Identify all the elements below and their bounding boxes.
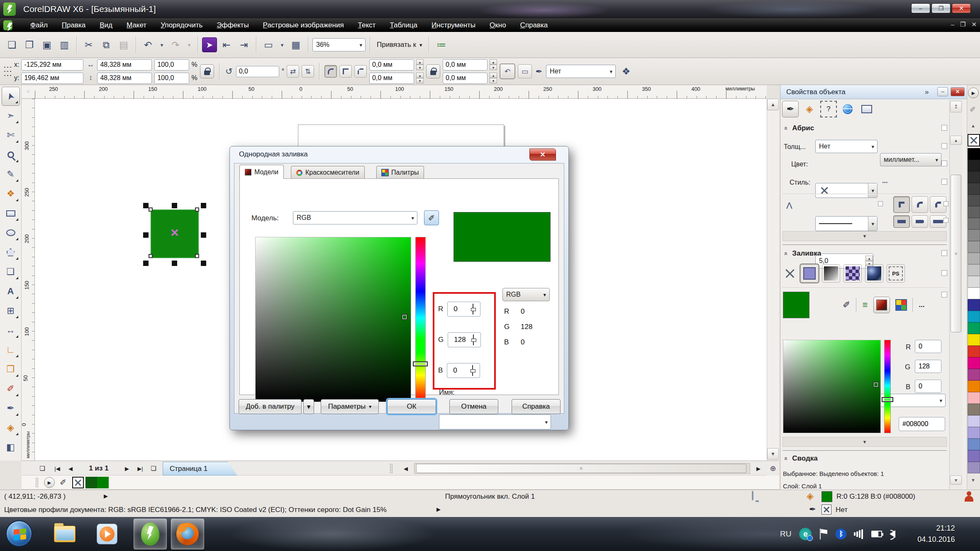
crop-tool[interactable]: ✄ xyxy=(2,126,20,145)
new-document-icon[interactable]: ❏ xyxy=(4,37,20,53)
zoom-tool[interactable] xyxy=(2,145,20,164)
corner-node[interactable] xyxy=(195,207,199,212)
fill-section-icon[interactable]: ◈ xyxy=(801,101,818,117)
options-button[interactable]: Параметры ▾ xyxy=(321,399,379,414)
doc-color-swatch[interactable] xyxy=(97,477,109,488)
menu-table[interactable]: Таблица xyxy=(383,20,424,31)
welcome-dropdown-icon[interactable]: ▾ xyxy=(278,37,286,53)
docker-scrollbar[interactable]: ↥ ▲ ≡ ▼ xyxy=(949,100,963,490)
spin-up-icon[interactable]: ▴ xyxy=(490,59,497,65)
palette-swatch[interactable] xyxy=(968,369,980,380)
tab-mixers[interactable]: Краскосмесители xyxy=(291,166,365,179)
postscript-fill-button[interactable]: PS xyxy=(887,264,905,283)
menu-file[interactable]: Файл xyxy=(23,20,55,31)
docker-r-field[interactable] xyxy=(915,340,941,353)
palette-swatch[interactable] xyxy=(968,346,980,357)
picker-marker[interactable] xyxy=(402,314,407,320)
add-to-palette-dropdown[interactable]: ▾ xyxy=(303,399,314,414)
action-center-flag-icon[interactable] xyxy=(819,529,828,539)
spin-down-icon[interactable]: ▾ xyxy=(416,65,424,70)
color-checkbox[interactable] xyxy=(941,161,947,166)
scale-v-field[interactable] xyxy=(154,73,189,84)
rectangle-section-icon[interactable] xyxy=(858,101,875,117)
selection-handle[interactable] xyxy=(201,261,206,266)
transparency-section-icon[interactable]: ? xyxy=(820,101,837,117)
dimension-tool[interactable]: ↔ xyxy=(2,321,20,340)
basic-shapes-tool[interactable]: ❑ xyxy=(2,262,20,281)
undo-dropdown-icon[interactable]: ▾ xyxy=(158,37,166,53)
palette-swatch[interactable] xyxy=(968,404,980,415)
object-height-field[interactable] xyxy=(97,73,152,84)
copy-icon[interactable]: ⧉ xyxy=(98,37,114,53)
docker-scroll-up-icon[interactable]: ▲ xyxy=(950,136,962,145)
docker-g-field[interactable] xyxy=(915,360,941,373)
cap-butt-button[interactable] xyxy=(893,215,910,228)
spin-up-icon[interactable]: ▴ xyxy=(865,256,873,261)
open-icon[interactable]: ❐ xyxy=(22,37,37,53)
color-name-combo[interactable]: ▾ xyxy=(439,414,551,429)
summary-section-header[interactable]: « Сводка xyxy=(785,454,818,463)
start-button[interactable] xyxy=(6,520,32,547)
menu-text[interactable]: Текст xyxy=(351,20,383,31)
dialog-close-button[interactable]: ✕ xyxy=(529,149,556,161)
spin-up-icon[interactable]: ▴ xyxy=(416,59,424,65)
minimize-button[interactable]: – xyxy=(911,3,930,13)
palette-swatch[interactable] xyxy=(968,264,980,276)
palette-swatch[interactable] xyxy=(968,195,980,206)
palette-swatch[interactable] xyxy=(968,206,980,218)
wrap-boundary-icon[interactable]: ❖ xyxy=(618,63,634,79)
pick-tool[interactable]: ➤ xyxy=(2,87,20,106)
power-icon[interactable] xyxy=(871,531,882,537)
texture-fill-button[interactable] xyxy=(865,264,883,283)
palette-swatch[interactable] xyxy=(968,299,980,311)
palette-swatch[interactable] xyxy=(968,160,980,171)
help-button[interactable]: Справка xyxy=(512,399,561,414)
pan-zoom-button[interactable]: ⊕ xyxy=(767,461,779,475)
volume-icon[interactable] xyxy=(890,530,895,538)
palette-swatch[interactable] xyxy=(968,288,980,299)
corner-node[interactable] xyxy=(195,254,199,258)
palette-swatch[interactable] xyxy=(968,322,980,334)
text-tool[interactable]: А xyxy=(2,282,20,301)
object-center-marker[interactable]: ✕ xyxy=(170,227,179,239)
palette-swatch[interactable] xyxy=(968,311,980,322)
spin-up-icon[interactable]: ▴ xyxy=(490,73,497,78)
width-checkbox[interactable] xyxy=(941,143,947,149)
previous-page-icon[interactable]: ◀ xyxy=(65,463,76,474)
text-wrap-button[interactable]: ▭ xyxy=(518,64,532,78)
scalloped-corner-button[interactable] xyxy=(339,65,352,78)
doc-close-button[interactable]: ✕ xyxy=(971,21,977,28)
docker-b-field[interactable] xyxy=(915,380,941,393)
cancel-button[interactable]: Отмена xyxy=(449,399,498,414)
first-page-icon[interactable]: |◀ xyxy=(51,463,63,474)
tab-palettes[interactable]: Палитры xyxy=(376,166,424,179)
fill-more-button[interactable]: ... xyxy=(919,301,924,309)
taskbar-explorer-button[interactable] xyxy=(48,519,81,549)
close-button[interactable]: ✕ xyxy=(952,3,971,13)
outline-checkbox[interactable] xyxy=(941,125,947,131)
menu-tools[interactable]: Инструменты xyxy=(424,20,483,31)
corner-radius-tl-field[interactable] xyxy=(369,59,414,71)
palette-swatch[interactable] xyxy=(968,241,980,253)
window-layout-icon[interactable]: ▦ xyxy=(288,37,304,53)
color-eyedropper-tool[interactable]: ✐ xyxy=(2,379,20,398)
selection-handle[interactable] xyxy=(172,203,177,208)
tray-app-icon[interactable]: e xyxy=(799,528,812,540)
color-viewer-button[interactable] xyxy=(873,297,890,313)
welcome-screen-icon[interactable]: ▭ xyxy=(261,37,276,53)
redo-icon[interactable]: ↷ xyxy=(168,37,183,53)
language-indicator[interactable]: RU xyxy=(780,529,791,539)
docker-close-button[interactable]: ✕ xyxy=(951,87,965,96)
cap-round-button[interactable] xyxy=(912,215,928,228)
outline-color-dropdown[interactable]: ▾ xyxy=(815,183,878,198)
save-icon[interactable]: ▣ xyxy=(39,37,55,53)
menu-edit[interactable]: Правка xyxy=(55,20,93,31)
palette-swatch[interactable] xyxy=(968,276,980,288)
palette-swatch[interactable] xyxy=(968,171,980,183)
add-page-before-icon[interactable]: ❏ xyxy=(37,463,48,474)
table-tool[interactable]: ⊞ xyxy=(2,301,20,320)
outline-section-icon[interactable]: ✒ xyxy=(782,101,799,117)
interactive-fill-tool[interactable]: ◧ xyxy=(2,438,20,457)
palette-swatch[interactable] xyxy=(968,229,980,241)
spin-down-icon[interactable]: ▾ xyxy=(490,65,497,70)
